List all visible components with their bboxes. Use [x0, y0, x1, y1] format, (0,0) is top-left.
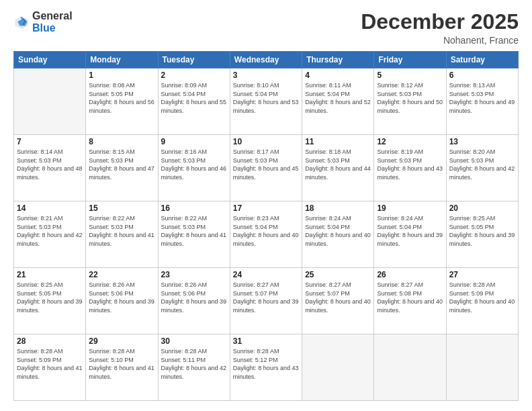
- calendar-table: SundayMondayTuesdayWednesdayThursdayFrid…: [13, 51, 519, 401]
- day-info: Sunrise: 8:16 AMSunset: 5:03 PMDaylight:…: [161, 148, 227, 181]
- logo-icon: [13, 14, 30, 30]
- day-number: 5: [377, 71, 443, 80]
- calendar-cell: [14, 68, 86, 135]
- day-number: 14: [17, 203, 83, 213]
- logo-general: General: [32, 10, 73, 21]
- day-number: 20: [449, 203, 515, 213]
- calendar-cell: 31Sunrise: 8:28 AMSunset: 5:12 PMDayligh…: [230, 334, 302, 401]
- day-info: Sunrise: 8:24 AMSunset: 5:04 PMDaylight:…: [377, 214, 443, 248]
- day-info: Sunrise: 8:26 AMSunset: 5:06 PMDaylight:…: [89, 281, 154, 314]
- day-number: 2: [161, 71, 227, 80]
- day-info: Sunrise: 8:13 AMSunset: 5:03 PMDaylight:…: [449, 81, 515, 115]
- day-number: 15: [89, 203, 154, 213]
- calendar-cell: 1Sunrise: 8:08 AMSunset: 5:05 PMDaylight…: [86, 68, 158, 135]
- logo-blue: Blue: [32, 22, 56, 34]
- day-info: Sunrise: 8:27 AMSunset: 5:07 PMDaylight:…: [233, 281, 299, 314]
- col-header-tuesday: Tuesday: [158, 52, 230, 68]
- calendar-cell: 17Sunrise: 8:23 AMSunset: 5:04 PMDayligh…: [230, 201, 302, 268]
- day-info: Sunrise: 8:19 AMSunset: 5:03 PMDaylight:…: [377, 148, 443, 181]
- day-number: 17: [233, 203, 299, 213]
- calendar-cell: 15Sunrise: 8:22 AMSunset: 5:03 PMDayligh…: [86, 201, 158, 268]
- day-number: 22: [89, 270, 154, 279]
- calendar-cell: 30Sunrise: 8:28 AMSunset: 5:11 PMDayligh…: [158, 334, 230, 401]
- calendar-cell: 6Sunrise: 8:13 AMSunset: 5:03 PMDaylight…: [446, 68, 518, 135]
- page: General Blue December 2025 Nohanent, Fra…: [0, 0, 532, 411]
- calendar-cell: 21Sunrise: 8:25 AMSunset: 5:05 PMDayligh…: [14, 268, 86, 334]
- calendar-cell: 19Sunrise: 8:24 AMSunset: 5:04 PMDayligh…: [374, 201, 446, 268]
- day-number: 26: [377, 270, 443, 279]
- day-number: 13: [449, 137, 515, 146]
- day-number: 21: [17, 270, 83, 279]
- day-number: 30: [161, 336, 227, 346]
- calendar-cell: 3Sunrise: 8:10 AMSunset: 5:04 PMDaylight…: [230, 68, 302, 135]
- day-info: Sunrise: 8:28 AMSunset: 5:09 PMDaylight:…: [17, 347, 83, 381]
- calendar-cell: 2Sunrise: 8:09 AMSunset: 5:04 PMDaylight…: [158, 68, 230, 135]
- calendar-cell: 24Sunrise: 8:27 AMSunset: 5:07 PMDayligh…: [230, 268, 302, 334]
- day-info: Sunrise: 8:28 AMSunset: 5:10 PMDaylight:…: [89, 347, 154, 381]
- calendar-cell: 28Sunrise: 8:28 AMSunset: 5:09 PMDayligh…: [14, 334, 86, 401]
- day-info: Sunrise: 8:23 AMSunset: 5:04 PMDaylight:…: [233, 214, 299, 248]
- day-info: Sunrise: 8:27 AMSunset: 5:07 PMDaylight:…: [305, 281, 371, 314]
- day-number: 27: [449, 270, 515, 279]
- day-number: 24: [233, 270, 299, 279]
- logo-text: General Blue: [32, 10, 73, 34]
- calendar-cell: 5Sunrise: 8:12 AMSunset: 5:03 PMDaylight…: [374, 68, 446, 135]
- calendar-cell: 22Sunrise: 8:26 AMSunset: 5:06 PMDayligh…: [86, 268, 158, 334]
- calendar-cell: 8Sunrise: 8:15 AMSunset: 5:03 PMDaylight…: [86, 135, 158, 201]
- day-info: Sunrise: 8:17 AMSunset: 5:03 PMDaylight:…: [233, 148, 299, 181]
- calendar-cell: 29Sunrise: 8:28 AMSunset: 5:10 PMDayligh…: [86, 334, 158, 401]
- calendar-cell: 23Sunrise: 8:26 AMSunset: 5:06 PMDayligh…: [158, 268, 230, 334]
- day-number: 4: [305, 71, 371, 80]
- day-number: 6: [449, 71, 515, 80]
- day-info: Sunrise: 8:25 AMSunset: 5:05 PMDaylight:…: [449, 214, 515, 248]
- calendar-cell: 9Sunrise: 8:16 AMSunset: 5:03 PMDaylight…: [158, 135, 230, 201]
- calendar-cell: 7Sunrise: 8:14 AMSunset: 5:03 PMDaylight…: [14, 135, 86, 201]
- day-info: Sunrise: 8:14 AMSunset: 5:03 PMDaylight:…: [17, 148, 83, 181]
- col-header-wednesday: Wednesday: [230, 52, 302, 68]
- calendar-cell: 10Sunrise: 8:17 AMSunset: 5:03 PMDayligh…: [230, 135, 302, 201]
- col-header-monday: Monday: [86, 52, 158, 68]
- day-number: 7: [17, 137, 83, 146]
- day-info: Sunrise: 8:22 AMSunset: 5:03 PMDaylight:…: [161, 214, 227, 248]
- calendar-cell: 18Sunrise: 8:24 AMSunset: 5:04 PMDayligh…: [302, 201, 374, 268]
- calendar-cell: 25Sunrise: 8:27 AMSunset: 5:07 PMDayligh…: [302, 268, 374, 334]
- day-number: 3: [233, 71, 299, 80]
- calendar-cell: 13Sunrise: 8:20 AMSunset: 5:03 PMDayligh…: [446, 135, 518, 201]
- calendar-cell: 26Sunrise: 8:27 AMSunset: 5:08 PMDayligh…: [374, 268, 446, 334]
- col-header-saturday: Saturday: [446, 52, 518, 68]
- logo: General Blue: [13, 10, 73, 34]
- calendar-cell: 12Sunrise: 8:19 AMSunset: 5:03 PMDayligh…: [374, 135, 446, 201]
- calendar-cell: 16Sunrise: 8:22 AMSunset: 5:03 PMDayligh…: [158, 201, 230, 268]
- day-number: 8: [89, 137, 154, 146]
- day-number: 18: [305, 203, 371, 213]
- calendar-cell: [446, 334, 518, 401]
- day-info: Sunrise: 8:12 AMSunset: 5:03 PMDaylight:…: [377, 81, 443, 115]
- day-number: 29: [89, 336, 154, 346]
- day-info: Sunrise: 8:22 AMSunset: 5:03 PMDaylight:…: [89, 214, 154, 248]
- day-number: 31: [233, 336, 299, 346]
- day-number: 9: [161, 137, 227, 146]
- day-number: 11: [305, 137, 371, 146]
- calendar-cell: 20Sunrise: 8:25 AMSunset: 5:05 PMDayligh…: [446, 201, 518, 268]
- title-block: December 2025 Nohanent, France: [361, 10, 519, 46]
- day-number: 19: [377, 203, 443, 213]
- day-number: 25: [305, 270, 371, 279]
- day-info: Sunrise: 8:25 AMSunset: 5:05 PMDaylight:…: [17, 281, 83, 314]
- day-info: Sunrise: 8:28 AMSunset: 5:12 PMDaylight:…: [233, 347, 299, 381]
- day-info: Sunrise: 8:26 AMSunset: 5:06 PMDaylight:…: [161, 281, 227, 314]
- day-number: 1: [89, 71, 154, 80]
- col-header-sunday: Sunday: [14, 52, 86, 68]
- day-info: Sunrise: 8:10 AMSunset: 5:04 PMDaylight:…: [233, 81, 299, 115]
- day-info: Sunrise: 8:24 AMSunset: 5:04 PMDaylight:…: [305, 214, 371, 248]
- day-number: 12: [377, 137, 443, 146]
- col-header-thursday: Thursday: [302, 52, 374, 68]
- day-info: Sunrise: 8:11 AMSunset: 5:04 PMDaylight:…: [305, 81, 371, 115]
- day-number: 10: [233, 137, 299, 146]
- day-info: Sunrise: 8:21 AMSunset: 5:03 PMDaylight:…: [17, 214, 83, 248]
- day-info: Sunrise: 8:28 AMSunset: 5:09 PMDaylight:…: [449, 281, 515, 314]
- calendar-cell: [302, 334, 374, 401]
- day-info: Sunrise: 8:15 AMSunset: 5:03 PMDaylight:…: [89, 148, 154, 181]
- day-info: Sunrise: 8:20 AMSunset: 5:03 PMDaylight:…: [449, 148, 515, 181]
- calendar-cell: 14Sunrise: 8:21 AMSunset: 5:03 PMDayligh…: [14, 201, 86, 268]
- day-info: Sunrise: 8:18 AMSunset: 5:03 PMDaylight:…: [305, 148, 371, 181]
